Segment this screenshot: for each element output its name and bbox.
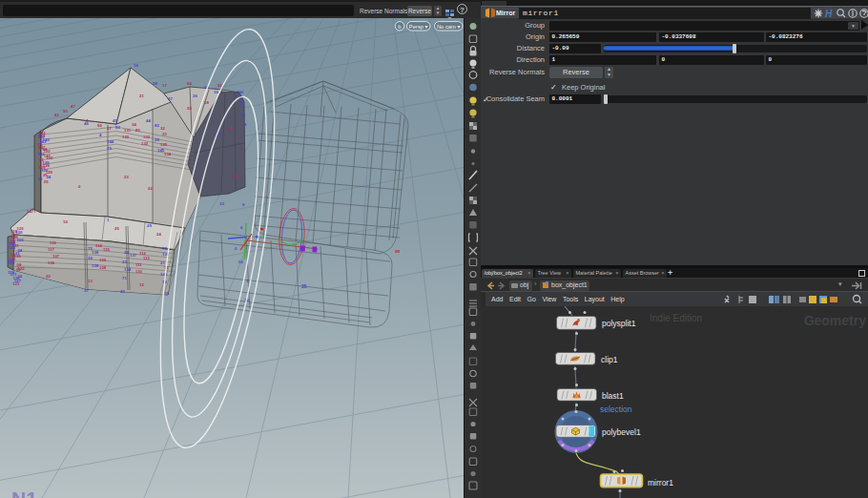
svg-text:14: 14 (227, 126, 232, 131)
svg-text:polysplit1: polysplit1 (602, 319, 636, 328)
svg-text:16: 16 (134, 63, 138, 68)
svg-text:10: 10 (63, 219, 68, 224)
svg-text:134: 134 (164, 152, 172, 156)
svg-text:85: 85 (135, 128, 140, 133)
svg-text:N1: N1 (11, 488, 37, 498)
svg-text:H: H (825, 9, 833, 19)
svg-text:144: 144 (107, 139, 114, 144)
svg-text:14: 14 (240, 113, 245, 117)
svg-text:27: 27 (168, 96, 173, 101)
svg-text:24: 24 (124, 250, 129, 255)
svg-text:33: 33 (162, 132, 167, 136)
svg-text:selection: selection (600, 405, 632, 414)
svg-text:clip1: clip1 (601, 355, 618, 364)
svg-text:13: 13 (88, 279, 93, 283)
svg-text:90: 90 (63, 109, 68, 114)
svg-text:58: 58 (153, 81, 157, 86)
svg-text:53: 53 (239, 101, 244, 106)
svg-text:114: 114 (95, 243, 103, 248)
svg-text:20: 20 (46, 274, 51, 279)
svg-text:145: 145 (160, 272, 168, 277)
svg-text:96: 96 (97, 123, 102, 128)
svg-text:109: 109 (99, 258, 107, 262)
svg-text:83: 83 (115, 125, 120, 130)
svg-text:100: 100 (237, 90, 244, 94)
svg-text:113: 113 (143, 256, 151, 260)
svg-text:115: 115 (103, 247, 111, 252)
svg-text:23: 23 (124, 175, 129, 179)
svg-text:138: 138 (92, 263, 99, 268)
svg-text:131: 131 (12, 281, 20, 286)
svg-text:46: 46 (84, 121, 89, 126)
svg-text:35: 35 (301, 283, 307, 289)
svg-text:133: 133 (143, 135, 151, 139)
svg-text:24: 24 (156, 232, 161, 237)
svg-text:37: 37 (84, 288, 89, 293)
svg-text:18: 18 (204, 100, 209, 105)
svg-text:22: 22 (148, 186, 153, 191)
svg-text:134: 134 (124, 267, 132, 272)
svg-text:1477: 1477 (27, 209, 36, 214)
svg-text:29: 29 (147, 223, 152, 228)
svg-text:82: 82 (155, 123, 159, 128)
svg-text:40: 40 (120, 289, 125, 294)
svg-text:108: 108 (99, 265, 107, 270)
svg-text:39: 39 (164, 291, 169, 296)
svg-text:20: 20 (88, 256, 93, 260)
svg-text:Indie Edition: Indie Edition (650, 313, 702, 323)
svg-text:61: 61 (16, 267, 21, 272)
svg-text:71: 71 (122, 276, 127, 280)
svg-text:78: 78 (162, 246, 167, 251)
svg-text:blast1: blast1 (602, 391, 624, 401)
svg-text:136: 136 (48, 260, 55, 265)
svg-text:polybevel1: polybevel1 (602, 427, 641, 437)
svg-text:42: 42 (54, 113, 59, 117)
svg-text:132: 132 (141, 141, 149, 146)
svg-text:137: 137 (130, 253, 137, 258)
svg-text:117: 117 (48, 247, 55, 252)
svg-text:62: 62 (38, 176, 43, 181)
svg-text:21: 21 (139, 93, 144, 98)
svg-text:44: 44 (146, 118, 151, 123)
svg-text:107: 107 (52, 254, 60, 259)
svg-text:19: 19 (233, 174, 238, 178)
svg-text:110: 110 (135, 269, 143, 274)
svg-text:111: 111 (135, 262, 142, 267)
svg-text:mirror1: mirror1 (648, 478, 673, 488)
svg-text:33: 33 (219, 201, 224, 206)
svg-text:123: 123 (8, 260, 15, 265)
svg-text:17: 17 (162, 83, 167, 88)
svg-text:45: 45 (113, 118, 117, 123)
svg-text:135: 135 (160, 142, 168, 147)
svg-text:20: 20 (187, 106, 192, 111)
svg-text:12: 12 (139, 282, 144, 287)
svg-text:79: 79 (107, 146, 112, 151)
svg-text:28: 28 (155, 137, 159, 142)
svg-text:26: 26 (193, 93, 197, 98)
svg-text:23: 23 (122, 259, 127, 264)
svg-text:34: 34 (132, 122, 136, 127)
svg-text:25: 25 (114, 226, 119, 231)
svg-text:Geometry: Geometry (804, 313, 867, 328)
svg-text:32: 32 (160, 126, 165, 131)
svg-text:131: 131 (124, 128, 132, 133)
svg-text:16: 16 (214, 90, 218, 94)
svg-text:47: 47 (71, 104, 75, 109)
svg-text:130: 130 (122, 135, 130, 139)
svg-text:138: 138 (92, 250, 99, 255)
svg-text:106: 106 (16, 238, 24, 242)
svg-text:54: 54 (187, 81, 192, 86)
svg-text:116: 116 (50, 240, 57, 245)
svg-text:37: 37 (107, 126, 112, 131)
svg-text:25: 25 (44, 179, 49, 184)
svg-text:50: 50 (238, 259, 243, 264)
